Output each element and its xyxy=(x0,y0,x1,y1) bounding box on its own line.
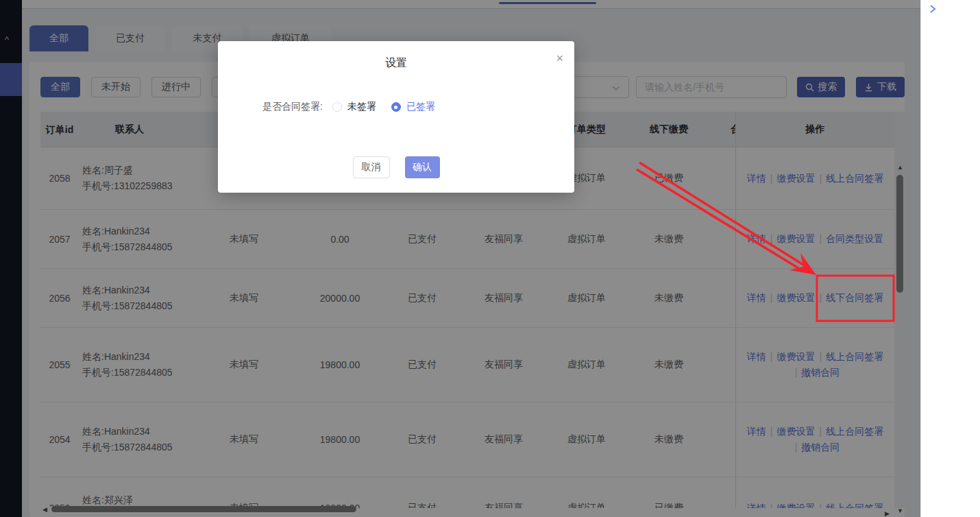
radio-circle-checked-icon[interactable] xyxy=(391,102,401,112)
modal-footer: 取消 确认 xyxy=(218,156,574,178)
settings-modal: 设置 × 是否合同签署: 未签署 已签署 取消 确认 xyxy=(218,41,574,193)
contract-sign-field: 是否合同签署: 未签署 已签署 xyxy=(262,101,435,113)
right-side-panel xyxy=(920,0,980,517)
confirm-button[interactable]: 确认 xyxy=(405,156,440,178)
field-label: 是否合同签署: xyxy=(262,101,323,113)
radio-signed[interactable]: 已签署 xyxy=(391,101,435,113)
radio-signed-label: 已签署 xyxy=(406,101,435,113)
cancel-button[interactable]: 取消 xyxy=(353,156,390,178)
modal-title: 设置 xyxy=(218,56,574,71)
close-icon[interactable]: × xyxy=(556,52,563,64)
radio-circle-icon[interactable] xyxy=(332,102,342,112)
radio-unsigned-label: 未签署 xyxy=(347,101,376,113)
radio-unsigned[interactable]: 未签署 xyxy=(332,101,376,113)
chevron-right-icon[interactable] xyxy=(929,4,936,14)
